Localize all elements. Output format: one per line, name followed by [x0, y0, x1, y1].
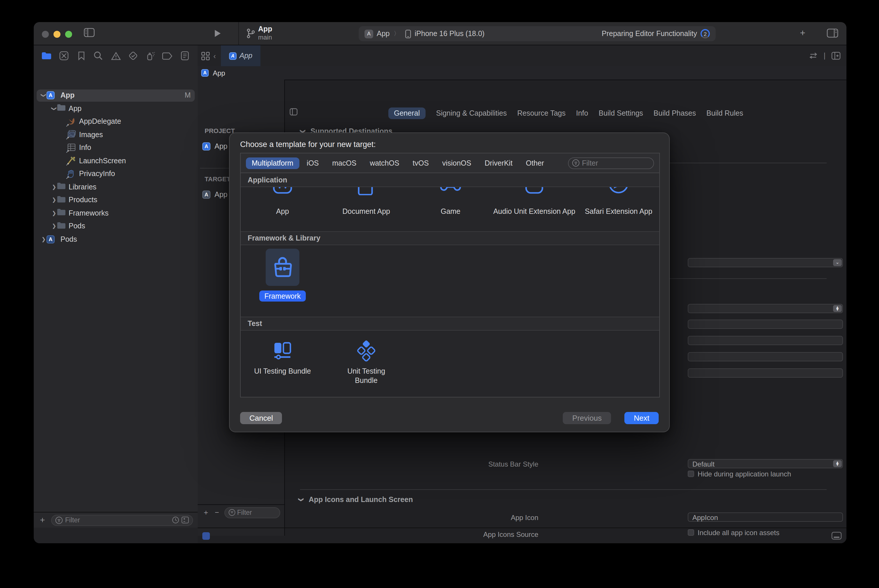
- bookmark-navigator-icon[interactable]: [75, 50, 87, 62]
- find-navigator-icon[interactable]: [93, 50, 104, 62]
- disclosure-chevron[interactable]: ❯: [51, 197, 57, 203]
- tree-row-app-project[interactable]: ❯ A App M: [34, 89, 198, 102]
- target-mini-icon[interactable]: [202, 532, 210, 540]
- app-icon-field[interactable]: AppIcon: [688, 513, 843, 522]
- debug-navigator-icon[interactable]: [144, 50, 156, 62]
- related-items-icon[interactable]: [201, 51, 210, 60]
- destinations-dropdown[interactable]: ⌄: [688, 258, 843, 267]
- run-destination[interactable]: iPhone 16 Plus (18.0): [415, 30, 485, 38]
- run-button[interactable]: [214, 29, 221, 38]
- tab-visionos[interactable]: visionOS: [436, 157, 477, 169]
- tree-row-pods-project[interactable]: ❯ A Pods: [34, 233, 198, 246]
- status-bar-style-label: Status Bar Style: [399, 460, 538, 468]
- tab-info[interactable]: Info: [576, 109, 588, 117]
- disclosure-chevron[interactable]: ❯: [41, 237, 47, 242]
- disclosure-chevron[interactable]: ❯: [51, 184, 57, 190]
- settings-sidebar-icon[interactable]: [290, 108, 298, 116]
- tree-row-images[interactable]: ↗ Images: [34, 128, 198, 141]
- tab-driverkit[interactable]: DriverKit: [479, 157, 518, 169]
- add-target-button[interactable]: ＋: [202, 507, 210, 518]
- project-navigator-icon[interactable]: [41, 50, 52, 62]
- zoom-window-button[interactable]: [65, 31, 72, 38]
- template-item-framework[interactable]: Framework: [241, 245, 325, 302]
- navigator-filter-field[interactable]: Filter: [51, 514, 193, 525]
- tree-row-launchscreen[interactable]: ↗ LaunchScreen: [34, 154, 198, 167]
- previous-button[interactable]: Previous: [563, 412, 611, 424]
- toggle-navigator-icon[interactable]: [84, 28, 95, 37]
- source-control-navigator-icon[interactable]: [58, 50, 70, 62]
- scheme-name[interactable]: App: [377, 30, 390, 38]
- tab-macos[interactable]: macOS: [326, 157, 362, 169]
- tree-row-products[interactable]: ❯ Products: [34, 194, 198, 207]
- tree-label: PrivacyInfo: [79, 170, 115, 178]
- editor-tab-app[interactable]: A App: [221, 45, 260, 66]
- template-item-app[interactable]: App: [241, 187, 325, 216]
- breadcrumb-item[interactable]: App: [213, 69, 225, 77]
- app-icons-section-header[interactable]: ❯ App Icons and Launch Screen: [298, 496, 413, 504]
- tab-other[interactable]: Other: [520, 157, 550, 169]
- tree-row-app-group[interactable]: ❯ App: [34, 102, 198, 115]
- remove-target-button[interactable]: −: [215, 508, 219, 516]
- field-1[interactable]: [688, 320, 843, 329]
- cancel-button[interactable]: Cancel: [240, 412, 282, 424]
- targets-filter-field[interactable]: Filter: [224, 507, 280, 518]
- template-item-ui-testing[interactable]: UI Testing Bundle: [241, 331, 325, 376]
- status-bar-style-dropdown[interactable]: Default ▲▼: [688, 459, 843, 468]
- template-item-game[interactable]: Game: [409, 187, 493, 216]
- tab-build-rules[interactable]: Build Rules: [706, 109, 743, 117]
- breakpoint-navigator-icon[interactable]: [162, 50, 174, 62]
- template-item-safari-extension[interactable]: Safari Extension App: [577, 187, 659, 216]
- tree-label: Libraries: [69, 183, 96, 191]
- tree-row-frameworks[interactable]: ❯ Frameworks: [34, 207, 198, 220]
- add-editor-icon[interactable]: [831, 52, 841, 60]
- field-4[interactable]: [688, 368, 843, 378]
- toggle-inspector-icon[interactable]: [827, 28, 838, 38]
- section-chevron[interactable]: ❯: [298, 497, 304, 502]
- tree-row-privacyinfo[interactable]: ↗ PrivacyInfo: [34, 167, 198, 180]
- tree-row-libraries[interactable]: ❯ Libraries: [34, 180, 198, 194]
- folder-icon: [57, 222, 66, 231]
- next-button[interactable]: Next: [625, 412, 659, 424]
- tree-row-appdelegate[interactable]: ↗ AppDelegate: [34, 115, 198, 128]
- template-item-document-app[interactable]: Document App: [325, 187, 408, 216]
- add-toolbar-button[interactable]: +: [800, 28, 805, 38]
- tab-watchos[interactable]: watchOS: [364, 157, 405, 169]
- field-2[interactable]: [688, 336, 843, 345]
- minimize-window-button[interactable]: [54, 31, 60, 38]
- version-dropdown[interactable]: ▲▼: [688, 304, 843, 313]
- add-file-button[interactable]: ＋: [38, 515, 47, 525]
- tab-tvos[interactable]: tvOS: [407, 157, 435, 169]
- disclosure-chevron[interactable]: ❯: [51, 210, 57, 216]
- tab-general[interactable]: General: [388, 108, 425, 119]
- hide-during-launch-checkbox[interactable]: [688, 471, 694, 477]
- tab-ios[interactable]: iOS: [301, 157, 325, 169]
- tree-row-pods-group[interactable]: ❯ Pods: [34, 220, 198, 233]
- back-button[interactable]: ‹: [213, 51, 216, 60]
- template-item-audio-unit[interactable]: Audio Unit Extension App: [493, 187, 576, 216]
- tab-build-phases[interactable]: Build Phases: [654, 109, 696, 117]
- tab-build-settings[interactable]: Build Settings: [598, 109, 643, 117]
- issue-navigator-icon[interactable]: [110, 50, 122, 62]
- tab-signing[interactable]: Signing & Capabilities: [436, 109, 506, 117]
- close-window-button[interactable]: [42, 31, 49, 38]
- target-item[interactable]: A App: [202, 190, 228, 199]
- disclosure-chevron[interactable]: ❯: [51, 106, 57, 111]
- project-item[interactable]: A App: [202, 142, 228, 150]
- report-navigator-icon[interactable]: [179, 50, 191, 62]
- swap-editor-icon[interactable]: [808, 52, 818, 59]
- field-3[interactable]: [688, 352, 843, 362]
- scheme-app-icon: A: [365, 29, 373, 38]
- template-item-unit-testing[interactable]: Unit Testing Bundle: [325, 331, 408, 385]
- tree-row-info[interactable]: ↗ Info: [34, 141, 198, 154]
- activity-progress-badge[interactable]: 2: [700, 29, 710, 38]
- tab-multiplatform[interactable]: Multiplatform: [246, 157, 299, 169]
- debug-area-toggle-icon[interactable]: [831, 532, 842, 540]
- activity-status[interactable]: Preparing Editor Functionality: [602, 30, 697, 38]
- disclosure-chevron[interactable]: ❯: [41, 93, 47, 99]
- disclosure-chevron[interactable]: ❯: [51, 224, 57, 229]
- new-target-dialog: Choose a template for your new target: M…: [229, 132, 670, 432]
- template-filter-field[interactable]: Filter: [568, 157, 654, 169]
- test-navigator-icon[interactable]: [127, 50, 139, 62]
- pods-project-icon: A: [47, 236, 55, 243]
- tab-resource-tags[interactable]: Resource Tags: [517, 109, 565, 117]
